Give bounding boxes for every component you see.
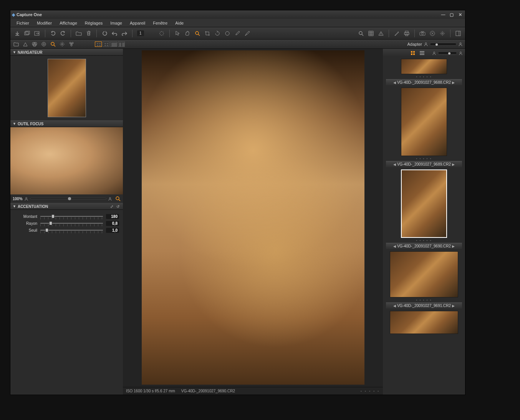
browser-item-selected[interactable]: • • • • • ◀VG-40D-_20091027_9690.CR2▶ bbox=[386, 169, 462, 249]
tooltab-library-icon[interactable] bbox=[13, 41, 20, 48]
undo-arrow-icon[interactable] bbox=[110, 29, 119, 38]
tooltab-adjust-icon[interactable] bbox=[59, 41, 66, 48]
accent-slider-rayon[interactable] bbox=[40, 221, 103, 226]
rating-dots[interactable]: • • • • • bbox=[386, 298, 462, 302]
menu-appareil[interactable]: Appareil bbox=[126, 20, 149, 27]
browser-item[interactable]: • • • • • ◀VG-40D-_20091027_9688.CR2▶ bbox=[386, 59, 462, 85]
minimize-button[interactable]: — bbox=[440, 12, 447, 17]
import-down-icon[interactable] bbox=[13, 29, 22, 38]
grid-overlay-icon[interactable] bbox=[366, 29, 376, 38]
delete-icon[interactable] bbox=[84, 29, 93, 38]
thumbnail-image[interactable] bbox=[401, 169, 447, 238]
zoom-tool-icon[interactable] bbox=[193, 29, 202, 38]
browser-item[interactable] bbox=[386, 311, 462, 334]
folder-icon[interactable] bbox=[74, 29, 83, 38]
browser-item[interactable]: • • • • • ◀VG-40D-_20091027_9691.CR2▶ bbox=[386, 251, 462, 309]
browser-grid-icon[interactable] bbox=[411, 51, 415, 55]
rotate-tool-icon[interactable] bbox=[213, 29, 222, 38]
thumbnail-image[interactable] bbox=[401, 59, 447, 74]
redo-arrow-icon[interactable] bbox=[120, 29, 129, 38]
accent-slider-montant[interactable] bbox=[40, 214, 103, 219]
chevron-left-icon[interactable]: ◀ bbox=[392, 81, 397, 85]
accent-slider-seuil[interactable] bbox=[40, 227, 103, 233]
person-icon[interactable] bbox=[424, 42, 428, 46]
redo-icon[interactable] bbox=[58, 29, 68, 38]
camera-icon[interactable] bbox=[418, 29, 427, 38]
menu-aide[interactable]: Aide bbox=[171, 20, 187, 27]
cancel-circle-icon[interactable] bbox=[428, 29, 437, 38]
navigator-thumbnail[interactable] bbox=[48, 59, 86, 117]
warning-icon[interactable] bbox=[376, 29, 386, 38]
tooltab-lens-icon[interactable] bbox=[40, 41, 47, 48]
thumbnail-image[interactable] bbox=[401, 88, 447, 156]
chevron-left-icon[interactable]: ◀ bbox=[392, 163, 397, 166]
print-icon[interactable] bbox=[402, 29, 411, 38]
tooltab-detail-icon[interactable] bbox=[50, 41, 56, 48]
thumbnail-image[interactable] bbox=[390, 251, 458, 297]
layout-grid-icon[interactable] bbox=[95, 42, 102, 47]
viewer-image[interactable] bbox=[142, 50, 364, 385]
eyedropper-curve-icon[interactable] bbox=[243, 29, 252, 38]
focus-zoom-slider[interactable] bbox=[30, 198, 106, 199]
export-images-icon[interactable] bbox=[23, 29, 32, 38]
chevron-left-icon[interactable]: ◀ bbox=[392, 244, 397, 248]
rating-dots[interactable]: • • • • • bbox=[386, 75, 462, 78]
panel-reset-icon[interactable]: ↺ bbox=[115, 204, 121, 209]
navigator-header[interactable]: ▼ NAVIGATEUR bbox=[10, 49, 123, 56]
spinner-icon[interactable] bbox=[157, 29, 166, 38]
focus-preview[interactable] bbox=[10, 127, 123, 194]
browser-thumb-size-slider[interactable] bbox=[438, 51, 457, 55]
person-icon[interactable] bbox=[432, 51, 436, 55]
tooltab-exposure-icon[interactable] bbox=[22, 41, 29, 48]
person-icon[interactable] bbox=[24, 197, 28, 201]
thumbnail-image[interactable] bbox=[390, 311, 458, 334]
preferences-gear-icon[interactable] bbox=[438, 29, 447, 38]
layout-single-icon[interactable] bbox=[110, 42, 117, 47]
chevron-right-icon[interactable]: ▶ bbox=[451, 81, 456, 85]
zoom-slider[interactable] bbox=[430, 43, 457, 46]
menu-reglages[interactable]: Réglages bbox=[81, 20, 106, 27]
layout-grid2-icon[interactable] bbox=[103, 42, 109, 47]
accent-header[interactable]: ▼ ACCENTUATION ⤢ ↺ bbox=[10, 203, 123, 210]
spot-tool-icon[interactable] bbox=[223, 29, 232, 38]
hand-pan-icon[interactable] bbox=[183, 29, 192, 38]
export-original-icon[interactable] bbox=[33, 29, 42, 38]
reset-icon[interactable] bbox=[100, 29, 109, 38]
accent-value[interactable]: 1,0 bbox=[106, 228, 119, 233]
crop-tool-icon[interactable] bbox=[203, 29, 212, 38]
tooltab-color-icon[interactable] bbox=[31, 41, 38, 48]
chevron-right-icon[interactable]: ▶ bbox=[451, 244, 456, 248]
close-button[interactable]: ✕ bbox=[457, 12, 464, 17]
menu-modifier[interactable]: Modifier bbox=[33, 20, 56, 27]
filmstrip-toggle-icon[interactable] bbox=[454, 29, 463, 38]
person-icon[interactable] bbox=[459, 51, 463, 55]
menu-fichier[interactable]: Fichier bbox=[13, 20, 33, 27]
undo-icon[interactable] bbox=[48, 29, 58, 38]
accent-value[interactable]: 0,8 bbox=[106, 221, 119, 226]
chevron-right-icon[interactable]: ▶ bbox=[451, 304, 456, 308]
maximize-button[interactable]: ▢ bbox=[448, 12, 455, 17]
menu-image[interactable]: Image bbox=[106, 20, 126, 27]
focus-header[interactable]: ▼ OUTIL FOCUS bbox=[10, 120, 123, 127]
browser-list-icon[interactable] bbox=[420, 51, 424, 55]
rating-dots[interactable]: • • • • • bbox=[386, 239, 462, 242]
chevron-right-icon[interactable]: ▶ bbox=[451, 163, 456, 166]
chevron-left-icon[interactable]: ◀ bbox=[392, 304, 397, 308]
edit-external-icon[interactable] bbox=[392, 29, 401, 38]
focus-picker-icon[interactable] bbox=[115, 196, 121, 201]
accent-value[interactable]: 180 bbox=[106, 214, 119, 219]
tooltab-output-icon[interactable] bbox=[68, 41, 75, 48]
menu-affichage[interactable]: Affichage bbox=[56, 20, 81, 27]
browser-scroll-area[interactable]: • • • • • ◀VG-40D-_20091027_9688.CR2▶ • … bbox=[383, 57, 465, 395]
cursor-arrow-icon[interactable] bbox=[173, 29, 182, 38]
eyedropper-wb-icon[interactable] bbox=[233, 29, 242, 38]
person-icon[interactable] bbox=[108, 197, 112, 201]
layout-split-icon[interactable] bbox=[118, 42, 125, 47]
person-icon[interactable] bbox=[458, 42, 463, 46]
search-icon[interactable] bbox=[356, 29, 366, 38]
rating-dots[interactable]: • • • • • bbox=[361, 389, 380, 393]
panel-expand-icon[interactable]: ⤢ bbox=[109, 204, 114, 209]
browser-item[interactable]: • • • • • ◀VG-40D-_20091027_9689.CR2▶ bbox=[386, 88, 462, 167]
menu-fenetre[interactable]: Fenêtre bbox=[149, 20, 171, 27]
rating-dots[interactable]: • • • • • bbox=[386, 157, 462, 160]
